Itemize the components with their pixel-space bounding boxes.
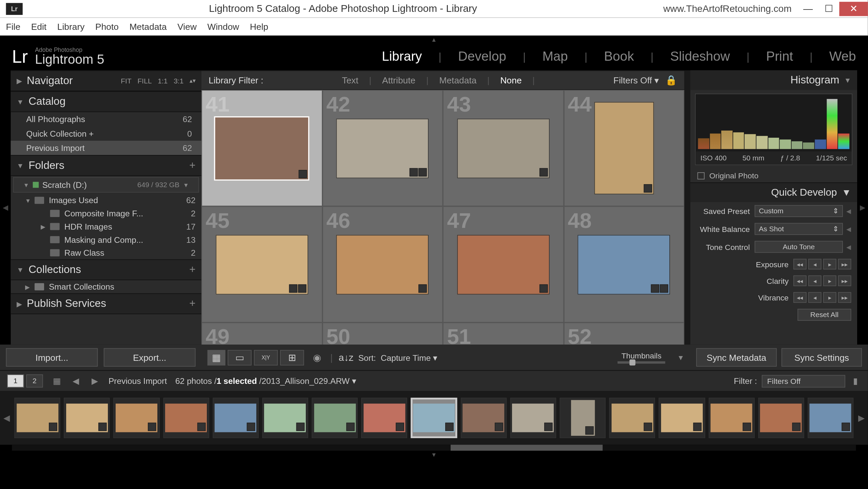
source-label[interactable]: Previous Import xyxy=(108,376,167,386)
filmstrip-cell[interactable] xyxy=(510,398,556,438)
filmstrip-scrollbar[interactable] xyxy=(12,445,856,451)
volume-menu-icon[interactable]: ▼ xyxy=(183,181,189,188)
folder-images-used[interactable]: ▼ Images Used 62 xyxy=(11,194,202,207)
menu-file[interactable]: File xyxy=(6,21,20,32)
thumbnail-image[interactable] xyxy=(457,235,549,294)
right-panel-toggle[interactable]: ▶ xyxy=(857,70,868,345)
thumbnail-image[interactable] xyxy=(578,235,670,294)
grid-cell[interactable]: 52 xyxy=(564,322,684,345)
thumbnail-badge[interactable] xyxy=(299,170,307,178)
module-slideshow[interactable]: Slideshow xyxy=(670,49,730,64)
nav-1to1[interactable]: 1:1 xyxy=(158,77,167,85)
grid-cell[interactable]: 44 xyxy=(564,90,684,206)
folder-composite[interactable]: Composite Image F... 2 xyxy=(11,207,202,220)
nav-3to1[interactable]: 3:1 xyxy=(174,77,183,85)
identity-plate[interactable]: Lr Adobe Photoshop Lightroom 5 xyxy=(12,46,104,67)
histogram-header[interactable]: Histogram ▼ xyxy=(690,70,857,90)
filters-off-dropdown[interactable]: Filters Off ▾ xyxy=(613,75,659,86)
smart-collections[interactable]: ▶ Smart Collections xyxy=(11,280,202,293)
lock-filter-icon[interactable]: 🔒 xyxy=(665,75,677,86)
menu-edit[interactable]: Edit xyxy=(31,21,46,32)
thumbnail-badge[interactable] xyxy=(644,184,652,193)
module-print[interactable]: Print xyxy=(766,49,793,64)
menu-library[interactable]: Library xyxy=(57,21,85,32)
thumbnail-badge[interactable] xyxy=(651,284,668,293)
expand-icon[interactable]: ◀ xyxy=(846,208,851,214)
grid-scrollbar[interactable] xyxy=(684,70,690,345)
histogram-graph[interactable] xyxy=(696,94,852,152)
loupe-view-button[interactable]: ▭ xyxy=(228,350,252,365)
original-photo-checkbox[interactable] xyxy=(697,172,705,179)
vibrance-stepper[interactable]: ◂◂◂▸▸▸ xyxy=(793,292,851,303)
module-web[interactable]: Web xyxy=(829,49,856,64)
filmstrip-cell[interactable] xyxy=(808,398,854,438)
back-icon[interactable]: ◀ xyxy=(70,376,81,387)
catalog-quick-collection[interactable]: Quick Collection + 0 xyxy=(11,126,202,141)
filmstrip-cell[interactable] xyxy=(460,398,507,438)
filmstrip-thumbs[interactable]: •••••••••••••••••••••••• xyxy=(14,398,853,438)
grid-cell[interactable]: 46 xyxy=(322,206,443,322)
grid-cell[interactable]: 41 xyxy=(201,90,322,206)
thumbnail-image[interactable] xyxy=(594,102,654,194)
folder-masking[interactable]: Masking and Comp... 13 xyxy=(11,233,202,246)
thumbnail-image[interactable] xyxy=(457,118,549,178)
filmstrip-cell[interactable]: ••• xyxy=(361,398,408,438)
thumbnail-badge[interactable] xyxy=(289,284,306,293)
bottom-panel-toggle[interactable]: ▼ xyxy=(0,451,868,458)
publish-header[interactable]: ▶ Publish Services + xyxy=(11,293,202,314)
forward-icon[interactable]: ▶ xyxy=(90,376,100,387)
clarity-stepper[interactable]: ◂◂◂▸▸▸ xyxy=(793,275,851,286)
survey-view-button[interactable]: ⊞ xyxy=(280,350,304,365)
folder-raw-class[interactable]: Raw Class 2 xyxy=(11,246,202,259)
filmstrip-cell[interactable]: ••• xyxy=(312,398,358,438)
filmstrip-cell[interactable]: ••• xyxy=(14,398,60,438)
filmstrip-cell[interactable]: ••• xyxy=(213,398,259,438)
filmstrip-cell[interactable]: ••• xyxy=(163,398,209,438)
thumbnail-badge[interactable] xyxy=(539,284,548,293)
minimize-button[interactable]: — xyxy=(797,1,818,16)
export-button[interactable]: Export... xyxy=(104,348,196,367)
grid-cell[interactable]: 45 xyxy=(201,206,322,322)
volume-row[interactable]: ▼ Scratch (D:) 649 / 932 GB ▼ xyxy=(13,177,199,193)
filmstrip-cell[interactable] xyxy=(609,398,655,438)
menu-help[interactable]: Help xyxy=(250,21,268,32)
module-develop[interactable]: Develop xyxy=(458,49,506,64)
thumbnail-grid[interactable]: 414243444546474849505152 xyxy=(201,90,684,345)
menu-view[interactable]: View xyxy=(177,21,197,32)
filter-text[interactable]: Text xyxy=(342,75,358,85)
import-button[interactable]: Import... xyxy=(6,348,98,367)
add-collection-icon[interactable]: + xyxy=(189,263,195,276)
catalog-all-photographs[interactable]: All Photographs 62 xyxy=(11,112,202,126)
original-photo-row[interactable]: Original Photo xyxy=(690,169,857,182)
maximize-button[interactable]: ☐ xyxy=(818,1,840,16)
close-button[interactable]: ✕ xyxy=(839,1,868,16)
monitor-2-button[interactable]: 2 xyxy=(26,374,43,388)
filmstrip-left-arrow[interactable]: ◀ xyxy=(2,413,11,423)
left-panel-toggle[interactable]: ◀ xyxy=(0,70,11,345)
filter-attribute[interactable]: Attribute xyxy=(382,75,415,85)
filmstrip-cell[interactable]: ••• xyxy=(114,398,160,438)
grid-icon[interactable]: ▦ xyxy=(51,376,62,387)
top-panel-toggle[interactable]: ▲ xyxy=(0,36,868,43)
filter-none[interactable]: None xyxy=(500,75,522,85)
folders-header[interactable]: ▼ Folders + xyxy=(11,155,202,176)
grid-view-button[interactable]: ▦ xyxy=(208,350,225,365)
painter-tool-icon[interactable]: ◉ xyxy=(310,350,324,365)
filmstrip-cell[interactable] xyxy=(560,398,606,438)
filter-metadata[interactable]: Metadata xyxy=(439,75,476,85)
filmstrip-cell[interactable] xyxy=(708,398,754,438)
grid-cell[interactable]: 49 xyxy=(201,322,322,345)
module-book[interactable]: Book xyxy=(604,49,634,64)
filmstrip-cell[interactable]: ••• xyxy=(64,398,110,438)
reset-all-button[interactable]: Reset All xyxy=(797,309,851,321)
add-publish-icon[interactable]: + xyxy=(189,297,195,310)
add-folder-icon[interactable]: + xyxy=(189,159,195,172)
filmstrip-right-arrow[interactable]: ▶ xyxy=(857,413,866,423)
thumbnail-badge[interactable] xyxy=(539,168,548,176)
folder-hdr[interactable]: ▶ HDR Images 17 xyxy=(11,220,202,233)
grid-cell[interactable]: 47 xyxy=(443,206,564,322)
catalog-previous-import[interactable]: Previous Import 62 xyxy=(11,141,202,155)
expand-icon[interactable]: ◀ xyxy=(846,226,851,232)
quick-develop-header[interactable]: Quick Develop ▼ xyxy=(690,182,857,202)
filmstrip-cell[interactable] xyxy=(758,398,804,438)
